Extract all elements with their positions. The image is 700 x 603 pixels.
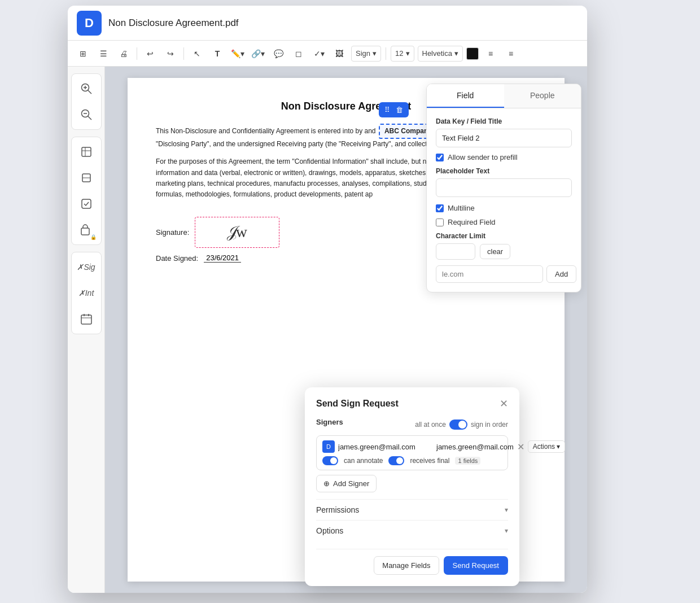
svg-rect-14 xyxy=(81,315,91,324)
permissions-section: Permissions ▾ xyxy=(316,499,508,520)
pen-tool-button[interactable]: ✏️▾ xyxy=(229,45,246,62)
doc-lock-button[interactable]: 🔒 xyxy=(74,217,99,242)
field-toolbar: ⠿ 🗑 xyxy=(379,102,409,117)
toolbar: ⊞ ☰ 🖨 ↩ ↪ ↖ T ✏️▾ 🔗▾ 💬 ◻ ✓▾ 🖼 Sign ▾ 12 … xyxy=(68,41,587,67)
signers-controls: all at once sign in order xyxy=(415,420,508,430)
svg-rect-13 xyxy=(81,228,89,235)
people-email-input[interactable] xyxy=(436,265,543,283)
zoom-in-button[interactable] xyxy=(74,76,99,101)
toolbar-sep-1 xyxy=(137,47,137,60)
app-logo: D xyxy=(77,11,102,36)
signer-email-input[interactable] xyxy=(338,443,433,451)
resize-button[interactable] xyxy=(74,165,99,190)
font-family-dropdown[interactable]: Helvetica ▾ xyxy=(418,46,463,62)
signer-actions-button[interactable]: Actions ▾ xyxy=(528,440,565,453)
people-email-row: Add xyxy=(436,265,572,283)
signers-header: Signers all at once sign in order xyxy=(316,418,508,431)
allow-prefill-row: Allow sender to prefill xyxy=(436,153,572,161)
sign-dropdown[interactable]: Sign ▾ xyxy=(351,46,381,62)
char-limit-label: Character Limit xyxy=(436,232,572,240)
required-row: Required Field xyxy=(436,218,572,226)
fields-badge: 1 fields xyxy=(455,457,480,465)
eraser-tool-button[interactable]: ◻ xyxy=(290,45,307,62)
toolbar-sep-2 xyxy=(183,47,184,60)
options-chevron-icon: ▾ xyxy=(505,527,508,535)
signers-label: Signers xyxy=(316,418,343,426)
signer-row: D james.green@mail.com ✕ Actions ▾ can a… xyxy=(316,435,508,470)
people-add-button[interactable]: Add xyxy=(546,265,576,283)
modal-header: Send Sign Request ✕ xyxy=(316,399,508,409)
required-label: Required Field xyxy=(448,218,496,226)
toolbar-sep-3 xyxy=(386,47,386,60)
multiline-label: Multiline xyxy=(448,204,475,212)
modal-close-button[interactable]: ✕ xyxy=(500,399,508,409)
permissions-header[interactable]: Permissions ▾ xyxy=(316,505,508,514)
image-tool-button[interactable]: 🖼 xyxy=(331,45,348,62)
text-tool-button[interactable]: T xyxy=(209,45,226,62)
options-section: Options ▾ xyxy=(316,520,508,541)
link-tool-button[interactable]: 🔗▾ xyxy=(250,45,266,62)
placeholder-input[interactable] xyxy=(436,178,572,197)
tab-field[interactable]: Field xyxy=(427,84,504,108)
print-button[interactable]: 🖨 xyxy=(115,45,132,62)
add-signer-button[interactable]: ⊕ Add Signer xyxy=(316,475,377,492)
send-sign-request-modal: Send Sign Request ✕ Signers all at once … xyxy=(305,387,519,586)
comment-tool-button[interactable]: 💬 xyxy=(270,45,287,62)
signer-perms-row: can annotate receives final 1 fields xyxy=(322,456,502,465)
font-size-dropdown[interactable]: 12 ▾ xyxy=(391,46,414,62)
tab-people[interactable]: People xyxy=(504,84,581,108)
svg-rect-7 xyxy=(82,147,91,156)
grid-view-button[interactable]: ⊞ xyxy=(75,45,91,62)
signature-box[interactable]: 𝒥w xyxy=(195,217,279,248)
receives-final-toggle[interactable] xyxy=(388,456,404,465)
initials-button[interactable]: ✗Int xyxy=(74,281,99,305)
char-limit-input[interactable] xyxy=(436,243,475,260)
modal-title: Send Sign Request xyxy=(316,399,399,409)
modal-footer: Manage Fields Send Request xyxy=(316,549,508,575)
title-bar: D Non Disclosure Agreement.pdf xyxy=(68,6,587,41)
zoom-out-button[interactable] xyxy=(74,102,99,127)
field-people-panel: Field People Data Key / Field Title Allo… xyxy=(426,84,581,292)
color-picker[interactable] xyxy=(466,47,479,60)
zoom-group xyxy=(71,73,102,130)
left-sidebar: 🔒 ✗Sig ✗Int xyxy=(68,67,105,593)
data-key-input[interactable] xyxy=(436,129,572,147)
undo-button[interactable]: ↩ xyxy=(142,45,159,62)
clear-button[interactable]: clear xyxy=(480,244,510,259)
signature-button[interactable]: ✗Sig xyxy=(74,255,99,279)
redo-button[interactable]: ↪ xyxy=(162,45,179,62)
manage-fields-button[interactable]: Manage Fields xyxy=(374,556,439,575)
field-delete-button[interactable]: 🗑 xyxy=(395,104,404,115)
checkbox-button[interactable] xyxy=(74,191,99,216)
svg-rect-12 xyxy=(82,199,91,208)
field-drag-button[interactable]: ⠿ xyxy=(383,104,391,115)
select-tool-button[interactable]: ↖ xyxy=(189,45,205,62)
data-key-label: Data Key / Field Title xyxy=(436,117,572,125)
align-left-button[interactable]: ≡ xyxy=(482,45,499,62)
required-checkbox[interactable] xyxy=(436,219,444,226)
check-tool-button[interactable]: ✓▾ xyxy=(310,45,327,62)
panel-tabs: Field People xyxy=(427,84,581,108)
sign-order-toggle[interactable] xyxy=(449,420,467,430)
app-title: Non Disclosure Agreement.pdf xyxy=(108,18,239,29)
crop-button[interactable] xyxy=(74,139,99,164)
allow-prefill-checkbox[interactable] xyxy=(436,154,444,161)
multiline-row: Multiline xyxy=(436,204,572,212)
can-annotate-toggle[interactable] xyxy=(322,456,338,465)
signer-remove-button[interactable]: ✕ xyxy=(517,442,524,452)
svg-line-1 xyxy=(88,90,91,94)
allow-prefill-label: Allow sender to prefill xyxy=(448,153,518,161)
svg-line-5 xyxy=(88,116,91,120)
multiline-checkbox[interactable] xyxy=(436,204,444,212)
char-limit-row: clear xyxy=(436,243,572,260)
calendar-button[interactable] xyxy=(74,307,99,331)
permissions-chevron-icon: ▾ xyxy=(505,506,508,514)
send-request-button[interactable]: Send Request xyxy=(444,556,508,575)
list-view-button[interactable]: ☰ xyxy=(95,45,112,62)
field-panel-content: Data Key / Field Title Allow sender to p… xyxy=(427,108,581,292)
tools-group: 🔒 xyxy=(71,137,102,245)
options-header[interactable]: Options ▾ xyxy=(316,526,508,535)
signer-email-row: D james.green@mail.com ✕ Actions ▾ xyxy=(322,440,502,453)
align-right-button[interactable]: ≡ xyxy=(502,45,519,62)
placeholder-text-label: Placeholder Text xyxy=(436,167,572,175)
